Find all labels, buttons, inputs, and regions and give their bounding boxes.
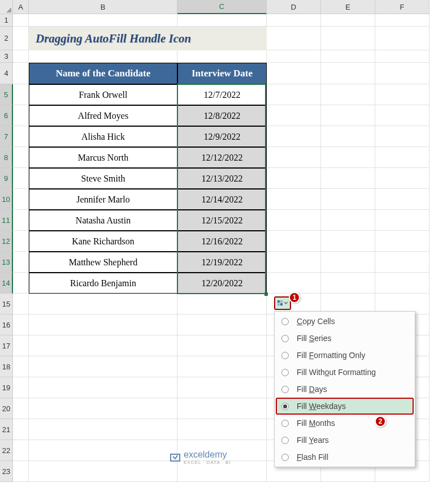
cell[interactable] bbox=[267, 84, 321, 105]
row-header-11[interactable]: 11 bbox=[0, 210, 13, 231]
row-header-4[interactable]: 4 bbox=[0, 63, 13, 84]
cell-E1[interactable] bbox=[321, 14, 375, 27]
cell-E2[interactable] bbox=[321, 27, 375, 50]
cell[interactable] bbox=[29, 440, 177, 461]
cell-C3[interactable] bbox=[177, 50, 267, 63]
cell[interactable] bbox=[29, 335, 177, 356]
menu-fill-days[interactable]: Fill Days bbox=[276, 381, 414, 398]
cell[interactable] bbox=[29, 398, 177, 419]
col-header-F[interactable]: F bbox=[375, 0, 429, 14]
candidate-name[interactable]: Ricardo Benjamin bbox=[29, 273, 177, 294]
cell[interactable] bbox=[321, 84, 375, 105]
cell[interactable] bbox=[375, 105, 429, 126]
cell[interactable] bbox=[13, 356, 29, 377]
menu-copy-cells[interactable]: Copy Cells bbox=[276, 313, 414, 330]
cell[interactable] bbox=[375, 273, 429, 294]
row-header-3[interactable]: 3 bbox=[0, 50, 13, 63]
cell[interactable] bbox=[13, 105, 29, 126]
cell-A4[interactable] bbox=[13, 63, 29, 84]
candidate-name[interactable]: Frank Orwell bbox=[29, 84, 177, 105]
cell-A3[interactable] bbox=[13, 50, 29, 63]
menu-fill-weekdays[interactable]: Fill Weekdays bbox=[276, 398, 414, 415]
interview-date[interactable]: 12/12/2022 bbox=[177, 147, 267, 168]
cell[interactable] bbox=[13, 398, 29, 419]
cell[interactable] bbox=[13, 377, 29, 398]
row-header-23[interactable]: 23 bbox=[0, 461, 13, 482]
interview-date[interactable]: 12/20/2022 bbox=[177, 273, 267, 294]
select-all-corner[interactable] bbox=[0, 0, 13, 14]
cell[interactable] bbox=[267, 252, 321, 273]
cell[interactable] bbox=[29, 356, 177, 377]
row-header-9[interactable]: 9 bbox=[0, 168, 13, 189]
row-header-22[interactable]: 22 bbox=[0, 440, 13, 461]
cell-F4[interactable] bbox=[375, 63, 429, 84]
cell[interactable] bbox=[13, 440, 29, 461]
cell-D3[interactable] bbox=[267, 50, 321, 63]
cell[interactable] bbox=[375, 126, 429, 147]
candidate-name[interactable]: Matthew Shepherd bbox=[29, 252, 177, 273]
cell-D2[interactable] bbox=[267, 27, 321, 50]
row-header-14[interactable]: 14 bbox=[0, 273, 13, 294]
cell[interactable] bbox=[29, 377, 177, 398]
cell[interactable] bbox=[29, 315, 177, 335]
menu-flash-fill[interactable]: Flash Fill bbox=[276, 449, 414, 466]
interview-date[interactable]: 12/8/2022 bbox=[177, 105, 267, 126]
interview-date[interactable]: 12/13/2022 bbox=[177, 168, 267, 189]
title-banner[interactable]: Dragging AutoFill Handle Icon bbox=[29, 27, 267, 50]
menu-fill-months[interactable]: Fill Months bbox=[276, 415, 414, 432]
cell[interactable] bbox=[267, 126, 321, 147]
cell-D4[interactable] bbox=[267, 63, 321, 84]
row-header-7[interactable]: 7 bbox=[0, 126, 13, 147]
candidate-name[interactable]: Alisha Hick bbox=[29, 126, 177, 147]
cell[interactable] bbox=[375, 252, 429, 273]
candidate-name[interactable]: Jennifer Marlo bbox=[29, 189, 177, 210]
cell-F2[interactable] bbox=[375, 27, 429, 50]
cell[interactable] bbox=[177, 315, 267, 335]
cell[interactable] bbox=[267, 105, 321, 126]
cell[interactable] bbox=[13, 84, 29, 105]
candidate-name[interactable]: Marcus North bbox=[29, 147, 177, 168]
cell-A2[interactable] bbox=[13, 27, 29, 50]
cell[interactable] bbox=[321, 147, 375, 168]
row-header-13[interactable]: 13 bbox=[0, 252, 13, 273]
cell[interactable] bbox=[177, 377, 267, 398]
row-header-19[interactable]: 19 bbox=[0, 377, 13, 398]
col-header-C[interactable]: C bbox=[177, 0, 267, 14]
cell-D1[interactable] bbox=[267, 14, 321, 27]
cell[interactable] bbox=[267, 273, 321, 294]
cell-B3[interactable] bbox=[29, 50, 177, 63]
header-name[interactable]: Name of the Candidate bbox=[29, 63, 177, 84]
row-header-1[interactable]: 1 bbox=[0, 14, 13, 27]
menu-fill-without-formatting[interactable]: Fill Without Formatting bbox=[276, 364, 414, 381]
cell[interactable] bbox=[267, 168, 321, 189]
cell[interactable] bbox=[13, 315, 29, 335]
row-header-12[interactable]: 12 bbox=[0, 231, 13, 252]
menu-fill-formatting-only[interactable]: Fill Formatting Only bbox=[276, 347, 414, 364]
cell[interactable] bbox=[321, 105, 375, 126]
col-header-E[interactable]: E bbox=[321, 0, 375, 14]
fill-handle[interactable] bbox=[264, 292, 268, 296]
cell[interactable] bbox=[177, 398, 267, 419]
cell[interactable] bbox=[29, 461, 177, 482]
cell[interactable] bbox=[177, 294, 267, 315]
interview-date[interactable]: 12/7/2022 bbox=[177, 84, 267, 105]
cell[interactable] bbox=[13, 126, 29, 147]
interview-date[interactable]: 12/14/2022 bbox=[177, 189, 267, 210]
row-header-21[interactable]: 21 bbox=[0, 419, 13, 440]
cell[interactable] bbox=[13, 147, 29, 168]
cell[interactable] bbox=[375, 84, 429, 105]
cell[interactable] bbox=[29, 294, 177, 315]
cell[interactable] bbox=[321, 210, 375, 231]
cell[interactable] bbox=[13, 189, 29, 210]
cell-F3[interactable] bbox=[375, 50, 429, 63]
col-header-A[interactable]: A bbox=[13, 0, 29, 14]
menu-fill-series[interactable]: Fill Series bbox=[276, 330, 414, 347]
cell[interactable] bbox=[375, 231, 429, 252]
cell-E4[interactable] bbox=[321, 63, 375, 84]
cell-C1[interactable] bbox=[177, 14, 267, 27]
cell[interactable] bbox=[375, 168, 429, 189]
cell[interactable] bbox=[267, 231, 321, 252]
cell[interactable] bbox=[13, 461, 29, 482]
cell[interactable] bbox=[321, 231, 375, 252]
cell[interactable] bbox=[13, 294, 29, 315]
